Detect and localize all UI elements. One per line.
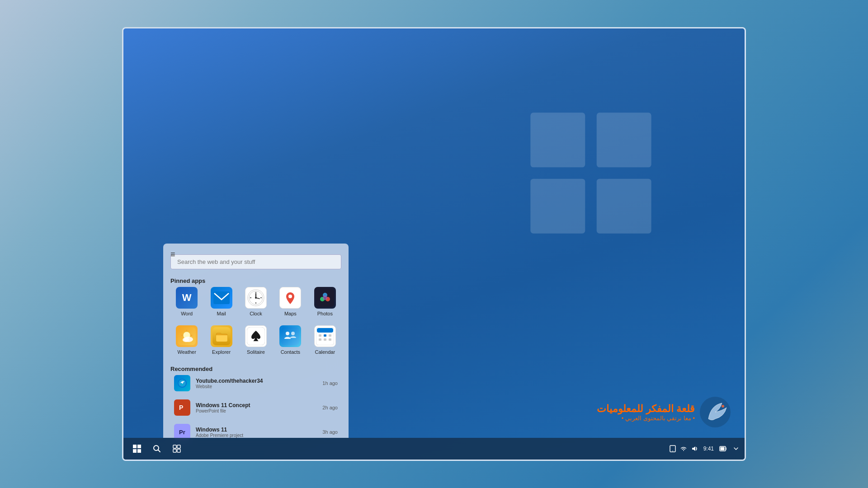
wifi-icon: [680, 445, 687, 452]
svg-point-5: [722, 405, 724, 408]
weather-icon: [176, 325, 198, 347]
taskbar-clock[interactable]: 9:41: [703, 446, 714, 452]
solitaire-icon: [245, 325, 267, 347]
svg-rect-2: [530, 179, 585, 234]
svg-point-17: [288, 295, 292, 298]
rec-win11concept-sub: PowerPoint file: [196, 408, 317, 413]
chevron-icon: [733, 446, 739, 452]
svg-rect-6: [213, 291, 230, 304]
windows-logo: [528, 110, 654, 236]
explorer-label: Explorer: [212, 349, 231, 355]
taskbar: 9:41: [123, 438, 745, 460]
recommended-list: Youtube.com/thehacker34 Website 1h ago P: [170, 372, 341, 443]
watermark: قلعة المفكر للمعلوميات • معا نرتقي بالمح…: [597, 396, 731, 428]
tablet-icon: [669, 445, 676, 452]
app-mail[interactable]: Mail: [205, 284, 237, 319]
rec-youtube-sub: Website: [196, 384, 317, 389]
clock-time: 9:41: [703, 446, 714, 452]
word-icon: W: [176, 287, 198, 309]
app-contacts[interactable]: Contacts: [274, 323, 307, 357]
svg-point-15: [255, 297, 257, 299]
rec-win11-info: Windows 11 Adobe Premiere project: [196, 427, 317, 438]
solitaire-label: Solitaire: [247, 349, 265, 355]
start-button[interactable]: [129, 441, 145, 457]
svg-text:P: P: [179, 404, 183, 411]
svg-rect-39: [324, 334, 326, 337]
svg-point-34: [286, 332, 289, 335]
svg-rect-49: [137, 445, 141, 448]
taskbar-right: 9:41: [669, 445, 739, 452]
search-button[interactable]: [149, 441, 165, 457]
word-label: Word: [181, 311, 193, 316]
taskbar-left: [129, 441, 185, 457]
app-weather[interactable]: Weather: [170, 323, 203, 357]
svg-rect-37: [317, 328, 333, 333]
rec-item-youtube[interactable]: Youtube.com/thehacker34 Website 1h ago: [170, 372, 341, 394]
powerpoint-icon: P: [174, 399, 190, 416]
app-explorer[interactable]: Explorer: [205, 323, 237, 357]
rec-youtube-time: 1h ago: [322, 380, 338, 386]
screen-frame: قلعة المفكر للمعلوميات • معا نرتقي بالمح…: [122, 27, 746, 461]
clock-label: Clock: [250, 311, 262, 316]
app-calendar[interactable]: Calendar: [309, 323, 341, 357]
rec-win11concept-time: 2h ago: [322, 405, 338, 410]
photos-label: Photos: [317, 311, 333, 316]
start-menu: ≡ Pinned apps W Word: [163, 244, 349, 438]
app-clock[interactable]: Clock: [240, 284, 272, 319]
svg-rect-38: [319, 334, 321, 337]
volume-icon: [691, 445, 698, 452]
svg-rect-48: [133, 445, 137, 448]
mail-icon: [211, 287, 232, 309]
rec-item-win11concept[interactable]: P Windows 11 Concept PowerPoint file 2h …: [170, 397, 341, 418]
maps-icon: [279, 287, 301, 309]
svg-text:Pr: Pr: [179, 429, 185, 436]
desktop: قلعة المفكر للمعلوميات • معا نرتقي بالمح…: [123, 28, 745, 460]
svg-rect-61: [721, 447, 725, 450]
pinned-apps-section: Pinned apps W Word: [170, 276, 341, 357]
svg-point-22: [323, 296, 327, 300]
app-solitaire[interactable]: Solitaire: [240, 323, 272, 357]
rec-win11-time: 3h ago: [322, 429, 338, 435]
pinned-apps-label: Pinned apps: [170, 277, 341, 284]
rec-win11concept-info: Windows 11 Concept PowerPoint file: [196, 402, 317, 413]
svg-point-30: [183, 338, 189, 342]
svg-rect-40: [329, 334, 331, 337]
contacts-icon: [279, 325, 301, 347]
recommended-section: Recommended Youtu: [170, 364, 341, 443]
watermark-line1: قلعة المفكر للمعلوميات: [597, 403, 695, 415]
svg-point-35: [291, 332, 295, 335]
rec-win11-sub: Adobe Premiere project: [196, 433, 317, 438]
svg-rect-54: [173, 445, 176, 448]
app-photos[interactable]: Photos: [309, 284, 341, 319]
pinned-apps-grid: W Word Mail: [170, 284, 341, 357]
weather-label: Weather: [178, 349, 196, 355]
svg-point-59: [672, 450, 673, 451]
watermark-line2: • معا نرتقي بالمحتوى العربي •: [597, 415, 695, 422]
mail-label: Mail: [217, 311, 226, 316]
hamburger-menu-icon[interactable]: ≡: [170, 250, 175, 259]
tray-icons: [669, 445, 698, 452]
rec-youtube-info: Youtube.com/thehacker34 Website: [196, 378, 317, 389]
edge-icon: [174, 375, 190, 391]
svg-rect-0: [530, 113, 585, 167]
clock-icon: [245, 287, 267, 309]
calendar-label: Calendar: [315, 349, 335, 355]
recommended-label: Recommended: [170, 366, 341, 372]
search-input[interactable]: [170, 254, 341, 269]
watermark-icon: [699, 396, 731, 428]
rec-youtube-title: Youtube.com/thehacker34: [196, 378, 317, 384]
app-word[interactable]: W Word: [170, 284, 203, 319]
svg-rect-56: [173, 449, 176, 452]
rec-win11-title: Windows 11: [196, 427, 317, 433]
svg-rect-1: [597, 113, 651, 167]
task-view-button[interactable]: [169, 441, 185, 457]
svg-rect-41: [319, 338, 321, 341]
svg-rect-55: [177, 445, 180, 448]
svg-line-53: [158, 450, 160, 452]
svg-rect-3: [597, 179, 651, 234]
watermark-text: قلعة المفكر للمعلوميات • معا نرتقي بالمح…: [597, 403, 695, 422]
battery-icon: [719, 445, 727, 452]
svg-rect-50: [133, 449, 137, 453]
app-maps[interactable]: Maps: [274, 284, 307, 319]
svg-rect-42: [324, 338, 326, 341]
